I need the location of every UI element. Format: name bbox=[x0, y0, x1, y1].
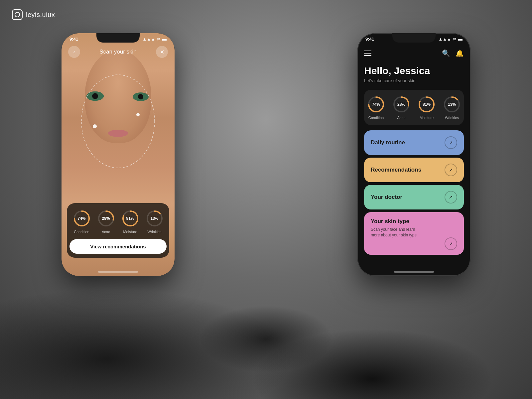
status-bar-right: 9:41 ▲▲▲ ≋ ▬ bbox=[357, 37, 470, 42]
stat-label-condition: Condition bbox=[74, 230, 89, 234]
ring-value-wrinkles: 13% bbox=[150, 216, 158, 221]
card-skin-title: Your skin type bbox=[371, 218, 424, 225]
card-doctor[interactable]: Your doctor ↗ bbox=[364, 185, 464, 209]
stat-label-wrinkles: Wrinkles bbox=[148, 230, 162, 234]
card-skin-subtitle: Scan your face and learn more about your… bbox=[371, 227, 424, 238]
signal-icon-r: ▲▲▲ bbox=[438, 37, 451, 42]
status-bar-left: 9:41 ▲▲▲ ≋ ▬ bbox=[62, 37, 175, 42]
metric-label-condition: Condition bbox=[368, 116, 384, 120]
arrow-icon: ↗ bbox=[449, 140, 453, 145]
dashboard-header: 🔍 🔔 bbox=[364, 47, 464, 63]
metric-value-condition: 74% bbox=[372, 102, 380, 107]
search-icon[interactable]: 🔍 bbox=[442, 49, 450, 57]
time-right: 9:41 bbox=[365, 37, 374, 42]
status-icons-right: ▲▲▲ ≋ ▬ bbox=[438, 37, 463, 42]
close-button[interactable]: ✕ bbox=[156, 46, 168, 58]
card-daily-arrow[interactable]: ↗ bbox=[445, 136, 457, 149]
status-icons-left: ▲▲▲ ≋ ▬ bbox=[142, 37, 167, 42]
metric-ring-wrinkles: 13% bbox=[443, 95, 461, 114]
stat-label-moisture: Moisture bbox=[123, 230, 137, 234]
wifi-icon-r: ≋ bbox=[453, 37, 457, 42]
card-doctor-title: Your doctor bbox=[371, 194, 402, 200]
stat-item-moisture: 81%Moisture bbox=[121, 209, 140, 234]
ring-chart-acne: 28% bbox=[97, 209, 115, 228]
card-daily-routine[interactable]: Daily routine ↗ bbox=[364, 130, 464, 155]
svg-point-0 bbox=[81, 75, 155, 168]
metric-value-wrinkles: 13% bbox=[448, 102, 456, 107]
metric-value-acne: 28% bbox=[397, 102, 405, 107]
stat-item-wrinkles: 13%Wrinkles bbox=[145, 209, 164, 234]
stat-label-acne: Acne bbox=[102, 230, 110, 234]
battery-icon: ▬ bbox=[162, 37, 167, 42]
signal-icon: ▲▲▲ bbox=[142, 37, 155, 42]
metric-ring-moisture: 81% bbox=[417, 95, 436, 114]
phone-left: 9:41 ▲▲▲ ≋ ▬ ‹ Scan your skin ✕ 74%Condi… bbox=[62, 33, 175, 276]
time-left: 9:41 bbox=[69, 37, 78, 42]
greeting-section: Hello, Jessica Let's take care of your s… bbox=[364, 63, 464, 84]
card-doctor-arrow[interactable]: ↗ bbox=[445, 191, 457, 203]
brand-header: leyis.uiux bbox=[12, 9, 55, 20]
greeting-title: Hello, Jessica bbox=[364, 65, 464, 76]
home-indicator-left bbox=[98, 271, 138, 273]
scan-lines bbox=[62, 60, 175, 193]
back-button[interactable]: ‹ bbox=[68, 46, 80, 58]
stat-item-acne: 28%Acne bbox=[97, 209, 115, 234]
ring-value-acne: 28% bbox=[102, 216, 110, 221]
arrow-icon-recs: ↗ bbox=[449, 167, 453, 173]
scan-title: Scan your skin bbox=[99, 49, 137, 55]
scan-header: ‹ Scan your skin ✕ bbox=[62, 46, 175, 58]
battery-icon-r: ▬ bbox=[458, 37, 463, 42]
ring-chart-moisture: 81% bbox=[121, 209, 140, 228]
metric-item-wrinkles: 13%Wrinkles bbox=[443, 95, 461, 120]
metric-item-acne: 28%Acne bbox=[392, 95, 411, 120]
dashboard-action-icons: 🔍 🔔 bbox=[442, 49, 464, 57]
metric-item-condition: 74%Condition bbox=[367, 95, 385, 120]
bell-icon[interactable]: 🔔 bbox=[456, 49, 464, 57]
metric-ring-condition: 74% bbox=[367, 95, 385, 114]
greeting-subtitle: Let's take care of your skin bbox=[364, 78, 464, 83]
home-indicator-right bbox=[394, 271, 434, 273]
menu-cards: Daily routine ↗ Recommendations ↗ Your d… bbox=[364, 130, 464, 255]
card-recs-arrow[interactable]: ↗ bbox=[445, 164, 457, 176]
card-recommendations[interactable]: Recommendations ↗ bbox=[364, 158, 464, 182]
phone-left-frame: 9:41 ▲▲▲ ≋ ▬ ‹ Scan your skin ✕ 74%Condi… bbox=[62, 33, 175, 276]
brand-name: leyis.uiux bbox=[26, 11, 55, 19]
card-skin-arrow[interactable]: ↗ bbox=[445, 237, 457, 250]
stats-panel: 74%Condition28%Acne81%Moisture13%Wrinkle… bbox=[67, 203, 169, 258]
stat-item-condition: 74%Condition bbox=[72, 209, 91, 234]
dashboard-content: 🔍 🔔 Hello, Jessica Let's take care of yo… bbox=[357, 47, 470, 276]
ring-chart-condition: 74% bbox=[72, 209, 91, 228]
card-skin-type[interactable]: Your skin type Scan your face and learn … bbox=[364, 212, 464, 255]
ring-value-condition: 74% bbox=[77, 216, 85, 221]
metric-label-acne: Acne bbox=[397, 116, 405, 120]
phone-right-frame: 9:41 ▲▲▲ ≋ ▬ 🔍 🔔 bbox=[357, 33, 470, 276]
view-recommendations-button[interactable]: View recommendations bbox=[69, 239, 167, 254]
hamburger-menu[interactable] bbox=[364, 51, 371, 56]
svg-point-1 bbox=[93, 124, 97, 128]
metric-label-moisture: Moisture bbox=[420, 116, 434, 120]
stats-row: 74%Condition28%Acne81%Moisture13%Wrinkle… bbox=[69, 209, 167, 234]
wifi-icon: ≋ bbox=[157, 37, 161, 42]
metric-ring-acne: 28% bbox=[392, 95, 411, 114]
arrow-icon-skin: ↗ bbox=[449, 241, 453, 246]
card-skin-text: Your skin type Scan your face and learn … bbox=[371, 218, 424, 238]
instagram-icon bbox=[12, 9, 23, 20]
card-recs-title: Recommendations bbox=[371, 167, 421, 173]
metric-label-wrinkles: Wrinkles bbox=[445, 116, 459, 120]
phone-right: 9:41 ▲▲▲ ≋ ▬ 🔍 🔔 bbox=[357, 33, 470, 276]
metric-value-moisture: 81% bbox=[423, 102, 431, 107]
ring-value-moisture: 81% bbox=[126, 216, 134, 221]
ring-chart-wrinkles: 13% bbox=[145, 209, 164, 228]
card-daily-title: Daily routine bbox=[371, 139, 405, 146]
metric-item-moisture: 81%Moisture bbox=[417, 95, 436, 120]
svg-point-2 bbox=[136, 113, 140, 116]
metrics-row: 74%Condition28%Acne81%Moisture13%Wrinkle… bbox=[364, 90, 464, 125]
arrow-icon-doctor: ↗ bbox=[449, 195, 453, 200]
